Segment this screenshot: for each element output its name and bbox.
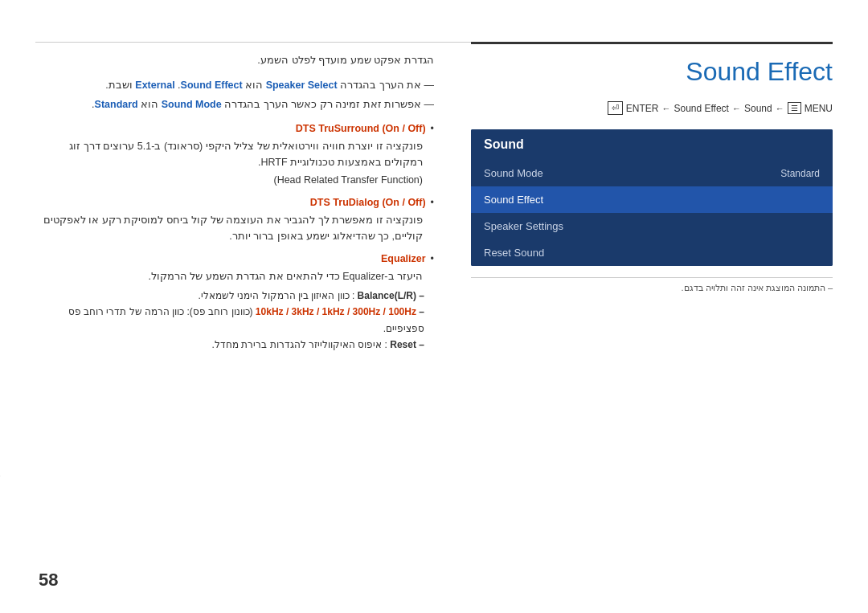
sub1-label: Balance(L/R) (358, 290, 416, 301)
sub1-desc: : כוון האיזון בין הרמקול הימני לשמאלי. (199, 290, 355, 301)
breadcrumb-sound-effect: Sound Effect (674, 103, 729, 114)
bullet3-desc: היעזר ב-Equalizer כדי להתאים את הגדרת הש… (35, 268, 434, 284)
line2-text: — אפשרות זאת זמינה רק כאשר הערך בהגדרה S… (92, 99, 434, 110)
bullet1-text: פונקציה זו יוצרת חוויה ווירטואלית של צלי… (35, 138, 434, 170)
line1: — את הערך בהגדרה Speaker Select הוא Exte… (35, 77, 434, 93)
sub-items: – Balance(L/R) : כוון האיזון בין הרמקול … (35, 288, 434, 353)
menu-item-sound-effect-label: Sound Effect (484, 194, 543, 206)
sub-item-3: – Reset : איפוס האיקוולייזר להגדרות בריר… (35, 337, 434, 353)
menu-panel: Sound Sound Mode Standard Sound Effect S… (471, 129, 833, 266)
bullet1-sub: (Head Related Transfer Function) (35, 172, 434, 188)
arrow1: ← (661, 104, 670, 113)
bullet3-dot: • (431, 251, 434, 267)
bullet2: • (On / Off) DTS TruDialog (35, 194, 434, 210)
menu-item-sound-mode[interactable]: Sound Mode Standard (471, 160, 833, 186)
menu-item-reset-sound-label: Reset Sound (484, 247, 544, 259)
main-description: הגדרת אפקט שמע מועדף לפלט השמע. (35, 52, 434, 69)
line2: — אפשרות זאת זמינה רק כאשר הערך בהגדרה S… (35, 96, 434, 112)
menu-panel-title: Sound (471, 129, 833, 160)
nav-breadcrumb: ⏎ ENTER ← Sound Effect ← Sound ← ☰ MENU (471, 101, 833, 115)
right-top-divider (471, 42, 833, 44)
bullet1-content: (On / Off) DTS TruSurround (35, 121, 426, 137)
menu-item-sound-mode-label: Sound Mode (484, 167, 543, 179)
enter-icon: ⏎ (608, 101, 623, 115)
menu-item-sound-effect[interactable]: Sound Effect (471, 186, 833, 213)
sub3-dash: – (419, 339, 424, 350)
enter-label: ENTER (626, 103, 659, 114)
bullet2-content: (On / Off) DTS TruDialog (35, 194, 426, 210)
bullet3: • Equalizer (35, 251, 434, 267)
line1-text: — את הערך בהגדרה Speaker Select הוא Exte… (105, 80, 434, 91)
menu-item-speaker-settings[interactable]: Speaker Settings (471, 213, 833, 239)
sub3-desc: : איפוס האיקוולייזר להגדרות ברירת מחדל. (212, 339, 387, 350)
sub2-label: 10kHz / 3kHz / 1kHz / 300Hz / 100Hz (256, 306, 416, 317)
left-content-area: הגדרת אפקט שמע מועדף לפלט השמע. — את הער… (35, 52, 434, 565)
menu-icon: ☰ (788, 102, 801, 114)
bullet1: • (On / Off) DTS TruSurround (35, 121, 434, 137)
bullet2-text: פונקציה זו מאפשרת לך להגביר את העוצמה של… (35, 212, 434, 244)
right-content-area: Sound Effect ⏎ ENTER ← Sound Effect ← So… (471, 42, 833, 565)
bullet2-title: (On / Off) DTS TruDialog (310, 197, 426, 208)
bullet1-dot: • (431, 121, 434, 137)
sub2-dash: – (419, 306, 424, 317)
bullet3-title: Equalizer (381, 253, 426, 264)
menu-item-speaker-settings-label: Speaker Settings (484, 220, 563, 232)
sub3-label: Reset (390, 339, 416, 350)
bullet1-title: (On / Off) DTS TruSurround (296, 123, 426, 134)
bullet3-content: Equalizer (35, 251, 426, 267)
sound-effect-title: Sound Effect (471, 57, 833, 87)
sub1-dash: – (419, 290, 424, 301)
bullet2-dot: • (431, 194, 434, 210)
menu-item-reset-sound[interactable]: Reset Sound (471, 239, 833, 266)
page-number: 58 (39, 570, 58, 591)
sub-item-2: – 10kHz / 3kHz / 1kHz / 300Hz / 100Hz (כ… (35, 304, 434, 337)
arrow2: ← (732, 104, 741, 113)
arrow3: ← (776, 104, 784, 113)
menu-label: MENU (805, 103, 833, 114)
bullets-section: • (On / Off) DTS TruSurround פונקציה זו … (35, 121, 434, 353)
menu-item-sound-mode-value: Standard (780, 168, 820, 179)
right-info-note: – התמונה המוצגת אינה זהה ותלויה בדגם. (471, 277, 833, 293)
breadcrumb-sound: Sound (744, 103, 772, 114)
sub-item-1: – Balance(L/R) : כוון האיזון בין הרמקול … (35, 288, 434, 304)
